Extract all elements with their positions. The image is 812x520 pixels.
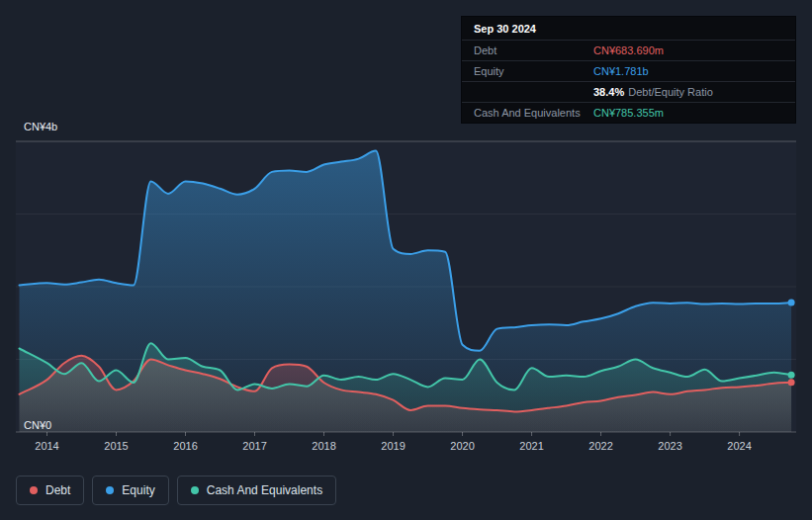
- debt-legend-dot: [30, 486, 38, 494]
- x-axis-label-2021: 2021: [519, 440, 543, 452]
- tooltip-debt-label: Debt: [474, 44, 593, 56]
- y-axis-min-label: CN¥0: [24, 419, 51, 431]
- legend-item-cash-and-equivalents[interactable]: Cash And Equivalents: [177, 476, 336, 505]
- tooltip-equity-row: Equity CN¥1.781b: [462, 61, 795, 82]
- debt-equity-chart[interactable]: [16, 141, 796, 438]
- legend: DebtEquityCash And Equivalents: [16, 476, 336, 505]
- legend-label: Debt: [45, 483, 70, 497]
- x-axis-label-2022: 2022: [588, 440, 612, 452]
- legend-item-equity[interactable]: Equity: [92, 476, 168, 505]
- legend-label: Equity: [122, 483, 154, 497]
- tooltip-cash-label: Cash And Equivalents: [474, 107, 593, 119]
- tooltip-debt-row: Debt CN¥683.690m: [462, 41, 795, 61]
- x-axis-label-2019: 2019: [381, 440, 405, 452]
- x-axis-label-2020: 2020: [450, 440, 474, 452]
- debt-end-marker: [788, 379, 795, 386]
- x-axis-label-2018: 2018: [312, 440, 335, 452]
- tooltip-cash-row: Cash And Equivalents CN¥785.355m: [462, 103, 795, 123]
- tooltip-ratio-label: Debt/Equity Ratio: [628, 86, 713, 98]
- debt-equity-history-panel: CN¥4b CN¥0 20142015201620172018201920202…: [0, 0, 812, 520]
- x-axis-label-2023: 2023: [658, 440, 681, 452]
- tooltip-equity-value: CN¥1.781b: [593, 65, 649, 77]
- tooltip-ratio-value-group: 38.4%Debt/Equity Ratio: [593, 86, 713, 98]
- x-axis-label-2017: 2017: [242, 440, 266, 452]
- y-axis-max-label: CN¥4b: [24, 121, 57, 132]
- equity-end-marker: [788, 300, 795, 306]
- tooltip-cash-value: CN¥785.355m: [593, 107, 664, 119]
- chart-tooltip: Sep 30 2024 Debt CN¥683.690m Equity CN¥1…: [461, 16, 796, 124]
- tooltip-ratio-row: 38.4%Debt/Equity Ratio: [462, 82, 795, 103]
- tooltip-ratio-value: 38.4%: [593, 86, 624, 98]
- legend-item-debt[interactable]: Debt: [16, 476, 84, 505]
- equity-legend-dot: [106, 486, 114, 494]
- cash-and-equivalents-end-marker: [788, 372, 795, 379]
- legend-label: Cash And Equivalents: [207, 483, 322, 497]
- x-axis-label-2015: 2015: [104, 440, 128, 452]
- x-axis-label-2024: 2024: [727, 440, 751, 452]
- tooltip-equity-label: Equity: [474, 65, 593, 77]
- x-axis-label-2016: 2016: [173, 440, 197, 452]
- tooltip-debt-value: CN¥683.690m: [593, 44, 664, 56]
- x-axis-label-2014: 2014: [35, 440, 58, 452]
- tooltip-date: Sep 30 2024: [462, 17, 795, 41]
- cash-and-equivalents-legend-dot: [191, 486, 199, 494]
